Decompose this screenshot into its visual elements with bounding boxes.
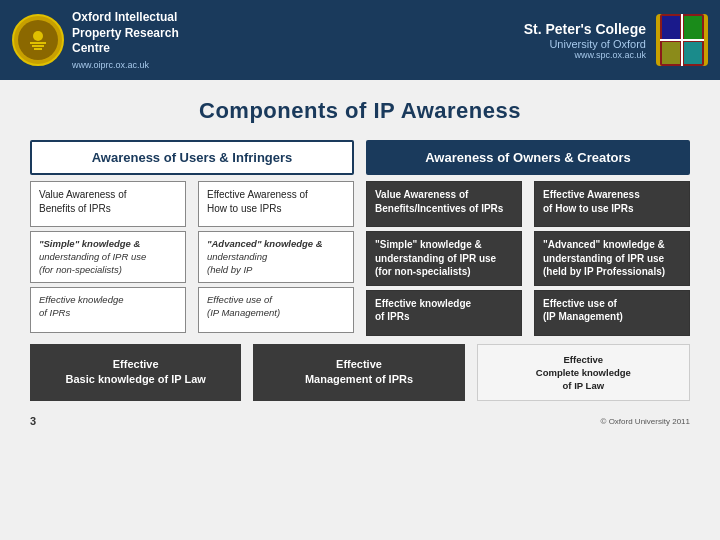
oiprc-title-line3: Centre xyxy=(72,41,179,57)
col4-card3-line1: Effective use of xyxy=(543,298,617,309)
header-right: St. Peter's College University of Oxford… xyxy=(524,14,708,66)
col2-card1: Effective Awareness of How to use IPRs xyxy=(198,181,354,227)
col4-card1-line2: of How to use IPRs xyxy=(543,203,634,214)
col3-card1-line2: Benefits/Incentives of IPRs xyxy=(375,203,503,214)
col2-card1-line1: Effective Awareness of xyxy=(207,189,308,200)
bottom-box3-line1: Effective xyxy=(564,353,604,366)
cards-section: Value Awareness of Benefits of IPRs "Sim… xyxy=(30,181,690,340)
logo-inner xyxy=(18,20,58,60)
stpeters-sub: University of Oxford xyxy=(524,38,646,50)
col3-card2: "Simple" knowledge & understanding of IP… xyxy=(366,231,522,286)
col1-card3: Effective knowledge of IPRs xyxy=(30,287,186,333)
svg-rect-5 xyxy=(662,16,680,40)
bottom-box-1: Effective Basic knowledge of IP Law xyxy=(30,344,241,402)
copyright: © Oxford University 2011 xyxy=(601,417,690,426)
col3-card2-line2: understanding of IPR use xyxy=(375,253,496,264)
svg-rect-8 xyxy=(684,42,702,64)
bottom-box1-line2: Basic knowledge of IP Law xyxy=(65,372,205,387)
column-1: Value Awareness of Benefits of IPRs "Sim… xyxy=(30,181,186,340)
col1-card2: "Simple" knowledge & understanding of IP… xyxy=(30,231,186,283)
col3-card3: Effective knowledge of IPRs xyxy=(366,290,522,336)
svg-rect-3 xyxy=(34,48,42,50)
col2-card2-line3: (held by IP xyxy=(207,264,252,275)
col3-card1-line1: Value Awareness of xyxy=(375,189,468,200)
main-content: Components of IP Awareness Awareness of … xyxy=(0,80,720,411)
col2-card3-line2: (IP Management) xyxy=(207,307,280,318)
col4-card3: Effective use of (IP Management) xyxy=(534,290,690,336)
col2-card2-line2: understanding xyxy=(207,251,267,262)
footer: 3 © Oxford University 2011 xyxy=(0,411,720,427)
page-title: Components of IP Awareness xyxy=(30,98,690,124)
bottom-box2-line2: Management of IPRs xyxy=(305,372,413,387)
bottom-box2-line1: Effective xyxy=(336,357,382,372)
col1-card3-line1: Effective knowledge xyxy=(39,294,124,305)
svg-rect-1 xyxy=(30,42,46,44)
top-boxes: Awareness of Users & Infringers Awarenes… xyxy=(30,140,690,175)
col4-card1: Effective Awareness of How to use IPRs xyxy=(534,181,690,227)
column-4: Effective Awareness of How to use IPRs "… xyxy=(534,181,690,340)
stpeters-text: St. Peter's College University of Oxford… xyxy=(524,20,646,60)
header-left: Oxford Intellectual Property Research Ce… xyxy=(12,10,179,70)
svg-rect-7 xyxy=(662,42,680,64)
col1-card2-line1: "Simple" knowledge & xyxy=(39,238,140,249)
bottom-box-3: Effective Complete knowledge of IP Law xyxy=(477,344,690,402)
column-2: Effective Awareness of How to use IPRs "… xyxy=(198,181,354,340)
col2-card2: "Advanced" knowledge & understanding (he… xyxy=(198,231,354,283)
page-number: 3 xyxy=(30,415,36,427)
bottom-box-2: Effective Management of IPRs xyxy=(253,344,464,402)
stpeters-name: St. Peter's College xyxy=(524,20,646,38)
col1-card1-line2: Benefits of IPRs xyxy=(39,203,111,214)
col4-card3-line2: (IP Management) xyxy=(543,311,623,322)
col3-card2-line1: "Simple" knowledge & xyxy=(375,239,482,250)
col2-card3: Effective use of (IP Management) xyxy=(198,287,354,333)
col3-card3-line2: of IPRs xyxy=(375,311,409,322)
col1-card3-line2: of IPRs xyxy=(39,307,70,318)
col1-card2-line3: (for non-specialists) xyxy=(39,264,122,275)
stpeters-crest xyxy=(656,14,708,66)
col3-card2-line3: (for non-specialists) xyxy=(375,266,471,277)
header: Oxford Intellectual Property Research Ce… xyxy=(0,0,720,80)
oiprc-title-line2: Property Research xyxy=(72,26,179,42)
stpeters-url: www.spc.ox.ac.uk xyxy=(524,50,646,60)
users-box: Awareness of Users & Infringers xyxy=(30,140,354,175)
oiprc-url: www.oiprc.ox.ac.uk xyxy=(72,60,179,70)
col1-card1: Value Awareness of Benefits of IPRs xyxy=(30,181,186,227)
oiprc-title-line1: Oxford Intellectual xyxy=(72,10,179,26)
bottom-row: Effective Basic knowledge of IP Law Effe… xyxy=(30,344,690,402)
col4-card2-line2: understanding of IPR use xyxy=(543,253,664,264)
col3-card3-line1: Effective knowledge xyxy=(375,298,471,309)
column-3: Value Awareness of Benefits/Incentives o… xyxy=(366,181,522,340)
oiprc-title-block: Oxford Intellectual Property Research Ce… xyxy=(72,10,179,70)
col4-card1-line1: Effective Awareness xyxy=(543,189,640,200)
col1-card1-line1: Value Awareness of xyxy=(39,189,126,200)
col2-card3-line1: Effective use of xyxy=(207,294,272,305)
col4-card2: "Advanced" knowledge & understanding of … xyxy=(534,231,690,286)
bottom-box1-line1: Effective xyxy=(113,357,159,372)
owners-box: Awareness of Owners & Creators xyxy=(366,140,690,175)
svg-rect-2 xyxy=(32,45,44,47)
bottom-box3-line3: of IP Law xyxy=(563,379,605,392)
bottom-box3-line2: Complete knowledge xyxy=(536,366,631,379)
svg-rect-6 xyxy=(684,16,702,40)
col2-card2-line1: "Advanced" knowledge & xyxy=(207,238,323,249)
col3-card1: Value Awareness of Benefits/Incentives o… xyxy=(366,181,522,227)
col4-card2-line1: "Advanced" knowledge & xyxy=(543,239,665,250)
cards-row-1: Value Awareness of Benefits of IPRs "Sim… xyxy=(30,181,690,340)
oiprc-logo xyxy=(12,14,64,66)
col2-card1-line2: How to use IPRs xyxy=(207,203,281,214)
col4-card2-line3: (held by IP Professionals) xyxy=(543,266,665,277)
col1-card2-line2: understanding of IPR use xyxy=(39,251,146,262)
svg-point-0 xyxy=(33,31,43,41)
